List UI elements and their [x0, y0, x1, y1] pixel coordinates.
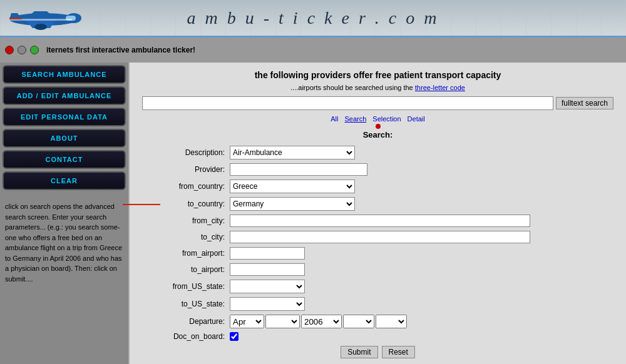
doc-on-board-label: Doc_on_board:	[142, 332, 230, 341]
to-city-input[interactable]	[230, 231, 530, 243]
departure-year-select[interactable]: 2005 2006 2007	[301, 315, 342, 328]
three-letter-code-link[interactable]: three-letter code	[415, 84, 465, 91]
hint-section: click on search opens the advanced searc…	[0, 193, 128, 289]
to-country-row: to_country: Germany Greece France	[142, 197, 613, 211]
description-row: Description: Air-Ambulance Ground Ambula…	[142, 146, 613, 159]
provider-row: Provider:	[142, 163, 613, 176]
departure-label: Departure:	[142, 317, 230, 326]
search-form: Description: Air-Ambulance Ground Ambula…	[142, 146, 613, 358]
main-layout: SEARCH AMBULANCE ADD / EDIT AMBULANCE ED…	[0, 63, 626, 364]
fulltext-search-input[interactable]	[142, 96, 553, 110]
from-us-state-select[interactable]	[230, 280, 305, 293]
svg-rect-8	[9, 18, 22, 19]
edit-personal-data-button[interactable]: EDIT PERSONAL DATA	[3, 108, 126, 126]
tab-detail[interactable]: Detail	[408, 115, 425, 123]
airport-note-text: ....airports should be searched using th…	[290, 84, 413, 91]
traffic-light-red	[5, 46, 14, 54]
provider-label: Provider:	[142, 165, 230, 174]
fulltext-search-button[interactable]: fulltext search	[556, 97, 613, 109]
from-country-select[interactable]: Greece Germany France	[230, 179, 355, 193]
content-area: the following providers offer free patie…	[128, 63, 626, 364]
traffic-bar: iternets first interactive ambulance tic…	[0, 38, 626, 63]
from-us-state-row: from_US_state:	[142, 280, 613, 293]
red-dot-row	[142, 124, 613, 129]
departure-day-select[interactable]: 1 2	[265, 315, 300, 328]
ticker-text: iternets first interactive ambulance tic…	[46, 46, 195, 54]
about-button[interactable]: ABOUT	[3, 129, 126, 148]
to-airport-row: to_airport:	[142, 263, 613, 276]
red-dot-indicator	[376, 124, 381, 129]
departure-extra1-select[interactable]	[343, 315, 374, 328]
header-title: a m b u - t i c k e r . c o m	[187, 8, 439, 28]
svg-point-7	[34, 24, 47, 30]
to-airport-input[interactable]	[230, 263, 305, 276]
search-section-label: Search:	[142, 130, 613, 139]
fulltext-row: fulltext search	[142, 96, 613, 110]
from-airport-label: from_airport:	[142, 249, 230, 258]
provider-input[interactable]	[230, 163, 367, 176]
clear-button[interactable]: CLEAR	[3, 171, 126, 190]
search-ambulance-button[interactable]: SEARCH AMBULANCE	[3, 65, 126, 84]
content-title: the following providers offer free patie…	[142, 70, 613, 80]
content-inner: the following providers offer free patie…	[130, 63, 626, 364]
tab-search[interactable]: Search	[344, 115, 366, 123]
from-country-label: from_country:	[142, 182, 230, 191]
to-airport-label: to_airport:	[142, 265, 230, 274]
from-country-row: from_country: Greece Germany France	[142, 179, 613, 193]
svg-marker-3	[25, 11, 56, 19]
from-city-input[interactable]	[230, 215, 530, 227]
to-us-state-label: to_US_state:	[142, 300, 230, 308]
submit-button[interactable]: Submit	[341, 346, 377, 358]
to-city-label: to_city:	[142, 233, 230, 241]
airport-note: ....airports should be searched using th…	[142, 84, 613, 91]
contact-button[interactable]: CONTACT	[3, 150, 126, 169]
description-label: Description:	[142, 148, 230, 157]
tabs-row: All Search Selection Detail	[142, 115, 613, 123]
from-us-state-label: from_US_state:	[142, 282, 230, 291]
hint-text: click on search opens the advanced searc…	[4, 200, 125, 285]
traffic-light-yellow	[18, 46, 26, 54]
departure-month-select[interactable]: Jan Feb Mar Apr May Jun Jul Aug Sep Oct …	[230, 315, 264, 328]
departure-extra2-select[interactable]	[376, 315, 407, 328]
to-city-row: to_city:	[142, 231, 613, 243]
tab-all[interactable]: All	[331, 115, 338, 123]
submit-row: Submit Reset	[142, 346, 613, 358]
from-city-label: from_city:	[142, 216, 230, 225]
traffic-light-green	[30, 46, 39, 54]
tab-selection[interactable]: Selection	[372, 115, 401, 123]
doc-on-board-checkbox[interactable]	[230, 332, 239, 341]
from-city-row: from_city:	[142, 215, 613, 227]
to-us-state-select[interactable]	[230, 297, 305, 311]
to-country-select[interactable]: Germany Greece France	[230, 197, 355, 211]
reset-button[interactable]: Reset	[382, 346, 415, 358]
plane-icon	[6, 5, 81, 33]
departure-controls: Jan Feb Mar Apr May Jun Jul Aug Sep Oct …	[230, 315, 407, 328]
add-edit-ambulance-button[interactable]: ADD / EDIT AMBULANCE	[3, 86, 126, 105]
nav-buttons: SEARCH AMBULANCE ADD / EDIT AMBULANCE ED…	[0, 63, 128, 193]
description-select[interactable]: Air-Ambulance Ground Ambulance Helicopte…	[230, 146, 355, 159]
hint-arrow-line	[123, 204, 160, 205]
left-panel: SEARCH AMBULANCE ADD / EDIT AMBULANCE ED…	[0, 63, 128, 364]
from-airport-row: from_airport:	[142, 247, 613, 260]
doc-on-board-row: Doc_on_board:	[142, 332, 613, 341]
departure-row: Departure: Jan Feb Mar Apr May Jun Jul A…	[142, 315, 613, 328]
header: a m b u - t i c k e r . c o m	[0, 0, 626, 38]
from-airport-input[interactable]	[230, 247, 305, 260]
to-us-state-row: to_US_state:	[142, 297, 613, 311]
